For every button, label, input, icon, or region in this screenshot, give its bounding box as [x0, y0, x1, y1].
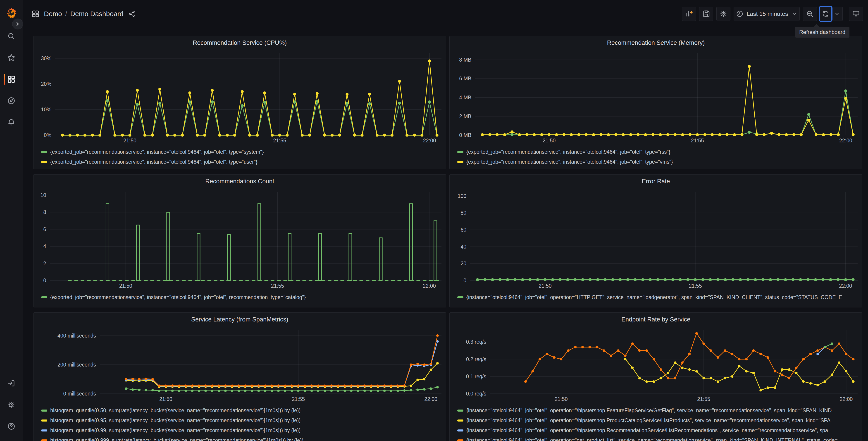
legend-item[interactable]: {exported_job="recommendationservice", i… [457, 157, 862, 167]
time-range-picker[interactable]: Last 15 minutes [734, 7, 800, 21]
breadcrumb-separator: / [65, 10, 67, 18]
breadcrumb-current[interactable]: Demo Dashboard [70, 10, 123, 18]
service-latency-legend: histogram_quantile(0.50, sum(rate(latenc… [33, 403, 446, 441]
panel-title[interactable]: Recommendation Service (CPU%) [33, 36, 446, 50]
cpu-chart[interactable]: 0%10%20%30%21:5021:5522:00 [33, 50, 446, 145]
compass-icon [7, 97, 16, 105]
legend-item[interactable]: {exported_job="recommendationservice", i… [41, 147, 446, 157]
svg-text:8: 8 [43, 209, 46, 215]
svg-text:100: 100 [458, 193, 466, 199]
legend-item[interactable]: {instance="otelcol:9464", job="otel", op… [457, 406, 862, 415]
svg-text:80: 80 [461, 210, 466, 216]
svg-text:0.1 req/s: 0.1 req/s [466, 374, 487, 379]
legend-label: histogram_quantile(0.99, sum(rate(latenc… [50, 428, 301, 434]
svg-text:21:50: 21:50 [119, 283, 132, 289]
legend-swatch [457, 161, 463, 163]
svg-text:60: 60 [461, 227, 466, 233]
sign-in-icon [7, 379, 16, 387]
legend-item[interactable]: {exported_job="recommendationservice", i… [41, 292, 446, 302]
kiosk-mode-button[interactable] [849, 7, 863, 21]
svg-text:0%: 0% [44, 132, 51, 138]
svg-text:4 MB: 4 MB [459, 95, 471, 100]
panel-recommendation-memory: Recommendation Service (Memory) 0 MB2 MB… [450, 36, 862, 169]
legend-label: histogram_quantile(0.999, sum(rate(laten… [50, 437, 304, 441]
service-latency-chart[interactable]: 0 milliseconds200 milliseconds400 millis… [33, 326, 446, 403]
search-icon [7, 32, 16, 40]
panel-title[interactable]: Endpoint Rate by Service [450, 313, 862, 326]
sidebar-item-settings[interactable] [0, 398, 23, 412]
legend-item[interactable]: histogram_quantile(0.50, sum(rate(latenc… [41, 406, 446, 415]
panel-endpoint-rate: Endpoint Rate by Service 0.0 req/s0.1 re… [450, 313, 862, 441]
refresh-interval-caret-button[interactable] [831, 7, 843, 21]
svg-text:21:50: 21:50 [159, 396, 173, 402]
add-panel-button[interactable] [682, 7, 696, 21]
svg-text:22:00: 22:00 [423, 283, 436, 289]
legend-swatch [41, 151, 47, 153]
sidebar-item-help[interactable] [0, 419, 23, 434]
legend-item[interactable]: histogram_quantile(0.95, sum(rate(latenc… [41, 415, 446, 425]
panel-title[interactable]: Error Rate [450, 175, 862, 188]
top-navbar: Demo / Demo Dashboard Last 15 minutes [23, 0, 868, 28]
dashboards-grid-icon [7, 75, 16, 83]
svg-text:400 milliseconds: 400 milliseconds [58, 333, 96, 339]
panel-title[interactable]: Recommendation Service (Memory) [450, 36, 862, 50]
sidebar-item-search[interactable] [0, 29, 23, 43]
legend-swatch [41, 430, 47, 432]
svg-text:0: 0 [43, 277, 46, 284]
memory-chart[interactable]: 0 MB2 MB4 MB6 MB8 MB21:5021:5522:00 [450, 50, 862, 145]
recommendations-count-chart[interactable]: 024681021:5021:5522:00 [33, 188, 446, 290]
endpoint-rate-chart[interactable]: 0.0 req/s0.1 req/s0.2 req/s0.3 req/s21:5… [450, 326, 862, 403]
panel-recommendations-count: Recommendations Count 024681021:5021:552… [33, 174, 446, 307]
panel-title[interactable]: Recommendations Count [33, 175, 446, 188]
breadcrumb-root[interactable]: Demo [44, 10, 62, 18]
svg-text:2 MB: 2 MB [459, 113, 471, 119]
refresh-icon [822, 10, 830, 18]
sidebar-expand-button[interactable] [12, 19, 23, 29]
cpu-legend: {exported_job="recommendationservice", i… [33, 145, 446, 167]
zoom-out-button[interactable] [803, 7, 817, 21]
active-indicator-bar [4, 74, 5, 85]
panel-service-latency: Service Latency (from SpanMetrics) 0 mil… [33, 313, 446, 441]
save-icon [702, 10, 710, 18]
legend-label: histogram_quantile(0.50, sum(rate(latenc… [50, 408, 301, 414]
save-dashboard-button[interactable] [699, 7, 713, 21]
legend-item[interactable]: {instance="otelcol:9464", job="otel", op… [457, 415, 862, 425]
caret-down-icon [834, 11, 840, 17]
legend-item[interactable]: {instance="otelcol:9464", job="otel", op… [457, 292, 862, 302]
svg-text:0 milliseconds: 0 milliseconds [63, 391, 96, 396]
bell-icon [7, 118, 16, 126]
legend-swatch [41, 161, 47, 163]
legend-item[interactable]: {exported_job="recommendationservice", i… [41, 157, 446, 167]
svg-text:10%: 10% [41, 107, 51, 113]
legend-label: {instance="otelcol:9464", job="otel", op… [466, 428, 828, 434]
legend-swatch [457, 151, 463, 153]
legend-label: {instance="otelcol:9464", job="otel", op… [466, 437, 838, 441]
legend-label: {instance="otelcol:9464", job="otel", op… [466, 408, 835, 414]
share-icon[interactable] [128, 10, 135, 17]
gear-icon [7, 401, 16, 409]
sidebar-item-starred[interactable] [0, 51, 23, 65]
legend-item[interactable]: histogram_quantile(0.999, sum(rate(laten… [41, 435, 446, 441]
svg-text:20%: 20% [41, 81, 51, 87]
legend-item[interactable]: {instance="otelcol:9464", job="otel", op… [457, 425, 862, 435]
svg-text:21:55: 21:55 [697, 396, 710, 402]
panel-title[interactable]: Service Latency (from SpanMetrics) [33, 313, 446, 326]
refresh-button[interactable] [820, 7, 831, 21]
legend-item[interactable]: {exported_job="recommendationservice", i… [457, 147, 862, 157]
legend-label: histogram_quantile(0.95, sum(rate(latenc… [50, 417, 301, 423]
svg-text:22:00: 22:00 [423, 138, 436, 144]
sidebar-item-dashboards[interactable] [0, 72, 23, 86]
sidebar-item-alerting[interactable] [0, 115, 23, 129]
legend-swatch [41, 439, 47, 441]
grafana-logo-icon[interactable] [5, 7, 17, 19]
help-question-icon [7, 422, 16, 430]
error-rate-chart[interactable]: 02040608010021:5021:5522:00 [450, 188, 862, 290]
svg-text:10: 10 [40, 192, 46, 198]
legend-label: {instance="otelcol:9464", job="otel", op… [466, 294, 842, 300]
legend-item[interactable]: histogram_quantile(0.99, sum(rate(latenc… [41, 425, 446, 435]
svg-text:21:55: 21:55 [292, 396, 305, 402]
sidebar-item-explore[interactable] [0, 93, 23, 108]
dashboard-settings-button[interactable] [716, 7, 731, 21]
legend-item[interactable]: {instance="otelcol:9464", job="otel", op… [457, 435, 862, 441]
sidebar-item-sign-in[interactable] [0, 376, 23, 390]
